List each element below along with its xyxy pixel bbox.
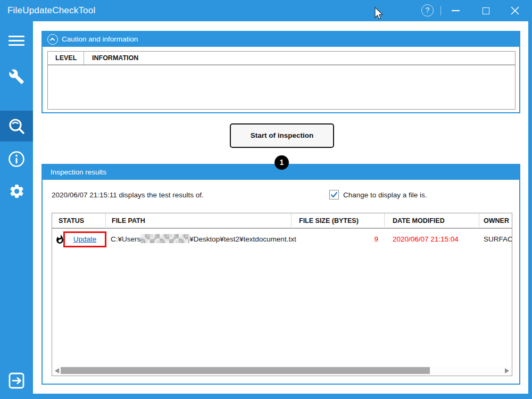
results-summary: 2020/06/07 21:15:11 displays the test re… (52, 191, 204, 199)
start-inspection-button[interactable]: Start of inspection (230, 123, 334, 148)
close-button[interactable] (504, 0, 526, 21)
results-section: Inspection results 2020/06/07 21:15:11 d… (41, 164, 520, 385)
column-header-file-size[interactable]: FILE SIZE (BYTES) (292, 213, 385, 228)
checkmark-icon (330, 190, 338, 199)
display-file-checkbox[interactable] (329, 190, 339, 200)
column-header-file-path[interactable]: FILE PATH (106, 213, 292, 228)
sidebar-item-settings[interactable] (0, 178, 33, 205)
file-path-cell: C:¥Users¥Desktop¥test2¥textdocument.txt (111, 230, 296, 248)
horizontal-scrollbar (53, 366, 511, 375)
update-highlight-box: Update (63, 231, 106, 247)
search-icon (0, 111, 33, 142)
caution-section-title: Caution and information (62, 32, 138, 47)
caution-section-header: Caution and information (43, 32, 519, 47)
results-section-title: Inspection results (51, 165, 106, 180)
help-button[interactable]: ? (421, 4, 434, 16)
result-row[interactable]: Update C:¥Users¥Desktop¥test2¥textdocume… (52, 230, 512, 248)
sidebar-item-tools[interactable] (0, 63, 33, 90)
close-icon (504, 0, 526, 21)
file-size-cell: 9 (292, 230, 378, 248)
collapse-toggle[interactable] (47, 34, 58, 45)
chevron-up-icon (48, 35, 57, 44)
window-title: FileUpdateCheckTool (7, 0, 95, 21)
wrench-icon (0, 63, 33, 90)
title-bar: FileUpdateCheckTool ? (0, 0, 532, 21)
scroll-left-arrow[interactable] (55, 368, 59, 373)
caution-table: LEVEL INFORMATION (47, 51, 516, 110)
results-table-header: STATUS FILE PATH FILE SIZE (BYTES) DATE … (52, 213, 512, 229)
results-table: STATUS FILE PATH FILE SIZE (BYTES) DATE … (52, 213, 512, 376)
question-mark-icon: ? (426, 6, 430, 14)
update-link[interactable]: Update (73, 233, 97, 246)
sidebar (0, 21, 33, 399)
file-path-suffix: ¥Desktop¥test2¥textdocument.txt (189, 235, 296, 243)
info-icon (0, 146, 33, 173)
gear-icon (0, 178, 33, 205)
column-header-owner[interactable]: OWNER (480, 213, 512, 228)
column-header-date-modified[interactable]: DATE MODIFIED (385, 213, 479, 228)
step-badge: 1 (275, 155, 289, 170)
caution-section: Caution and information LEVEL INFORMATIO… (41, 31, 520, 113)
column-header-level[interactable]: LEVEL (48, 52, 84, 65)
app-window: FileUpdateCheckTool ? (0, 0, 532, 399)
file-path-prefix: C:¥Users (111, 235, 140, 243)
minimize-button[interactable] (445, 0, 466, 21)
maximize-icon (483, 7, 489, 14)
sidebar-item-information[interactable] (0, 146, 33, 173)
caution-table-header: LEVEL INFORMATION (48, 52, 515, 65)
owner-cell: SURFAC (484, 230, 512, 248)
sidebar-item-exit[interactable] (0, 367, 33, 395)
redacted-username (140, 234, 189, 243)
scrollbar-thumb[interactable] (61, 367, 430, 374)
maximize-button[interactable] (475, 0, 496, 21)
sidebar-item-inspection[interactable] (0, 111, 33, 142)
column-header-status[interactable]: STATUS (52, 213, 106, 228)
minimize-icon (452, 10, 460, 11)
display-file-checkbox-label[interactable]: Change to display a file is. (343, 191, 427, 199)
date-modified-cell: 2020/06/07 21:15:04 (393, 230, 459, 248)
column-header-information[interactable]: INFORMATION (85, 52, 515, 65)
exit-icon (0, 367, 33, 395)
titlebar-divider (440, 6, 441, 15)
scroll-right-arrow[interactable] (505, 368, 509, 373)
sidebar-item-menu[interactable] (0, 28, 33, 55)
